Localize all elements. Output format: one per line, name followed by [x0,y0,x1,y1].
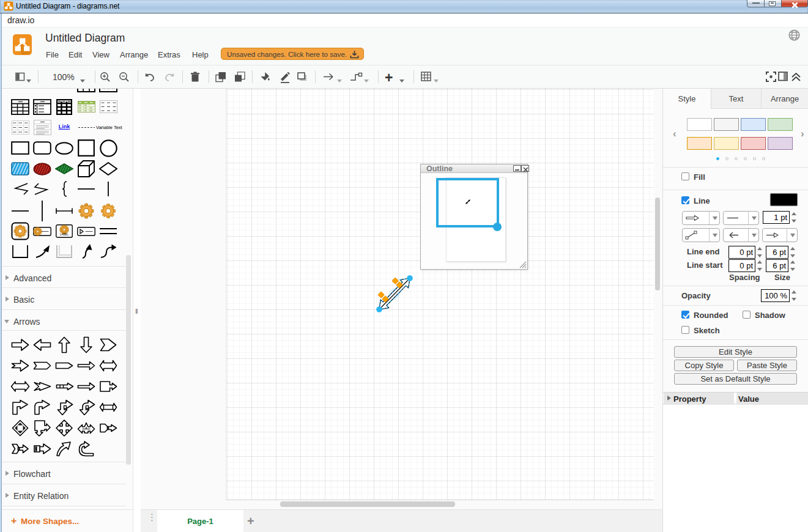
svg-text:LABEL: LABEL [60,233,69,236]
